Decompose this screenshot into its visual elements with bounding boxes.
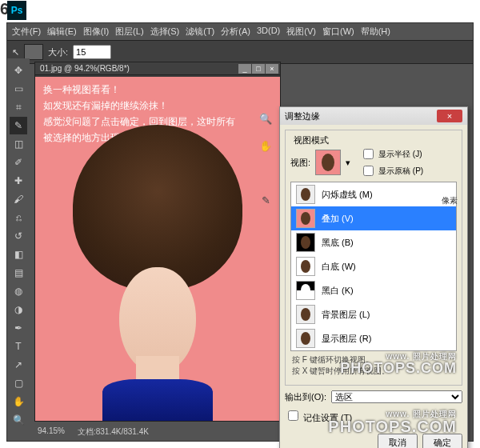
dialog-titlebar: 调整边缘 × <box>280 107 467 125</box>
crop-tool-icon[interactable]: ◫ <box>10 135 27 153</box>
marquee-tool-icon[interactable]: ▭ <box>10 80 27 98</box>
refine-brush-icon[interactable]: ✎ <box>258 192 274 208</box>
view-option-reveal-layer[interactable]: 显示图层 (R) <box>291 326 456 350</box>
dodge-tool-icon[interactable]: ◑ <box>10 301 27 318</box>
zoom-readout[interactable]: 94.15% <box>38 426 65 438</box>
view-label: 视图: <box>290 157 310 169</box>
unit-label: 像素 <box>442 195 458 206</box>
view-hints: 按 F 键循环切换视图。 按 X 键暂时停用所有视图。 <box>290 351 457 380</box>
size-input[interactable] <box>73 45 111 59</box>
menu-view[interactable]: 视图(V) <box>286 26 316 38</box>
gradient-tool-icon[interactable]: ▤ <box>10 264 27 282</box>
menu-layer[interactable]: 图层(L) <box>115 26 143 38</box>
menu-filter[interactable]: 滤镜(T) <box>186 26 214 38</box>
view-option-black-white[interactable]: 黑白 (K) <box>291 278 456 302</box>
photoshop-window: Ps 文件(F) 编辑(E) 图像(I) 图层(L) 选择(S) 滤镜(T) 分… <box>6 22 474 442</box>
quickselect-tool-icon[interactable]: ✎ <box>10 117 27 134</box>
view-option-overlay[interactable]: 叠加 (V) <box>291 206 456 230</box>
show-radius-checkbox[interactable]: 显示半径 (J) <box>360 146 423 162</box>
view-thumbnail[interactable] <box>315 150 341 175</box>
eraser-tool-icon[interactable]: ◧ <box>10 246 27 263</box>
zoom-icon[interactable]: 🔍 <box>258 110 274 126</box>
menu-edit[interactable]: 编辑(E) <box>47 26 77 38</box>
show-original-checkbox[interactable]: 显示原稿 (P) <box>360 163 423 178</box>
menu-image[interactable]: 图像(I) <box>83 26 109 38</box>
output-select[interactable]: 选区 <box>331 390 462 403</box>
menu-3d[interactable]: 3D(D) <box>257 26 280 38</box>
view-mode-label: 视图模式 <box>290 134 332 146</box>
menu-analysis[interactable]: 分析(A) <box>221 26 250 38</box>
brush-tool-icon[interactable]: 🖌 <box>10 190 27 208</box>
lasso-tool-icon[interactable]: ⌗ <box>10 98 27 116</box>
menu-help[interactable]: 帮助(H) <box>361 26 390 38</box>
workspace: ✥ ▭ ⌗ ✎ ◫ ✐ ✚ 🖌 ⎌ ↺ ◧ ▤ ◍ ◑ ✒ T ↗ ▢ ✋ 🔍 … <box>7 58 473 441</box>
type-tool-icon[interactable]: T <box>10 338 27 355</box>
path-tool-icon[interactable]: ↗ <box>10 356 27 374</box>
dialog-close-icon[interactable]: × <box>437 110 462 122</box>
document-window: 01.jpg @ 94.2%(RGB/8*) _ □ × 换一种视图看看！ 如发… <box>34 62 281 422</box>
stamp-tool-icon[interactable]: ⎌ <box>10 209 27 226</box>
chevron-down-icon[interactable]: ▾ <box>346 158 350 168</box>
doc-close-icon[interactable]: × <box>266 64 278 74</box>
hand-icon[interactable]: ✋ <box>258 138 274 154</box>
zoom-tool-icon[interactable]: 🔍 <box>10 411 27 429</box>
document-tab-label: 01.jpg @ 94.2%(RGB/8*) <box>40 64 130 73</box>
ok-button[interactable]: 确定 <box>422 434 462 448</box>
document-tab[interactable]: 01.jpg @ 94.2%(RGB/8*) _ □ × <box>35 62 280 75</box>
size-label: 大小: <box>48 46 68 58</box>
menu-select[interactable]: 选择(S) <box>150 26 180 38</box>
view-option-marching-ants[interactable]: 闪烁虚线 (M) <box>291 182 456 206</box>
healing-tool-icon[interactable]: ✚ <box>10 172 27 190</box>
history-brush-icon[interactable]: ↺ <box>10 227 27 245</box>
hand-tool-icon[interactable]: ✋ <box>10 393 27 410</box>
dialog-title: 调整边缘 <box>285 110 320 122</box>
refine-edge-dialog: 🔍 ✋ ✎ 调整边缘 × 视图模式 视图: ▾ 显示半径 (J) <box>279 106 468 448</box>
cancel-button[interactable]: 取消 <box>378 434 418 448</box>
menu-file[interactable]: 文件(F) <box>12 26 41 38</box>
view-option-on-layers[interactable]: 背景图层 (L) <box>291 302 456 326</box>
ps-logo-icon: Ps <box>7 1 26 20</box>
brush-tool-icon[interactable]: ↖ <box>12 47 19 58</box>
view-option-on-white[interactable]: 白底 (W) <box>291 254 456 278</box>
status-bar: 94.15% 文档:831.4K/831.4K <box>34 425 286 439</box>
doc-info: 文档:831.4K/831.4K <box>78 426 149 438</box>
blur-tool-icon[interactable]: ◍ <box>10 282 27 300</box>
doc-min-icon[interactable]: _ <box>238 64 251 74</box>
remember-settings-checkbox[interactable]: 记住设置 (T) <box>285 408 352 424</box>
pen-tool-icon[interactable]: ✒ <box>10 319 27 337</box>
output-row: 输出到(O): 选区 <box>285 390 462 403</box>
eyedropper-tool-icon[interactable]: ✐ <box>10 154 27 171</box>
canvas[interactable]: 换一种视图看看！ 如发现还有漏掉的继续涂抹！ 感觉没问题了点击确定，回到图层，这… <box>35 77 280 421</box>
menu-window[interactable]: 窗口(W) <box>322 26 354 38</box>
shape-tool-icon[interactable]: ▢ <box>10 374 27 392</box>
move-tool-icon[interactable]: ✥ <box>10 62 27 79</box>
tool-palette: ✥ ▭ ⌗ ✎ ◫ ✐ ✚ 🖌 ⎌ ↺ ◧ ▤ ◍ ◑ ✒ T ↗ ▢ ✋ 🔍 <box>7 58 30 441</box>
output-label: 输出到(O): <box>285 391 326 403</box>
portrait-image <box>51 125 264 421</box>
menubar: 文件(F) 编辑(E) 图像(I) 图层(L) 选择(S) 滤镜(T) 分析(A… <box>7 23 473 40</box>
view-mode-dropdown: 闪烁虚线 (M) 叠加 (V) 黑底 (B) 白底 (W) 黑白 (K) 背景图… <box>290 182 457 351</box>
view-option-on-black[interactable]: 黑底 (B) <box>291 230 456 254</box>
view-mode-group: 视图模式 视图: ▾ 显示半径 (J) 显示原稿 (P) 像素 闪烁虚线 (M) <box>285 130 462 386</box>
doc-max-icon[interactable]: □ <box>252 64 265 74</box>
brush-preset-swatch[interactable] <box>24 44 43 60</box>
